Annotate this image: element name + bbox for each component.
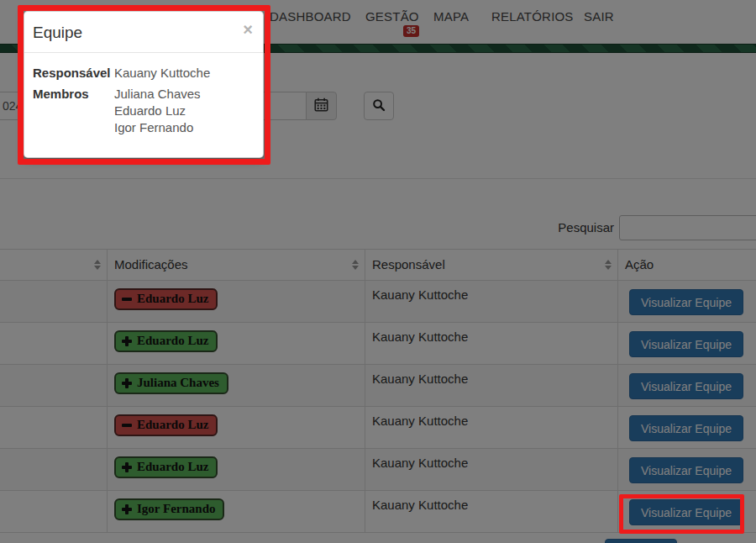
annotation-highlight-button bbox=[619, 494, 744, 534]
annotation-highlight-modal bbox=[18, 5, 270, 165]
